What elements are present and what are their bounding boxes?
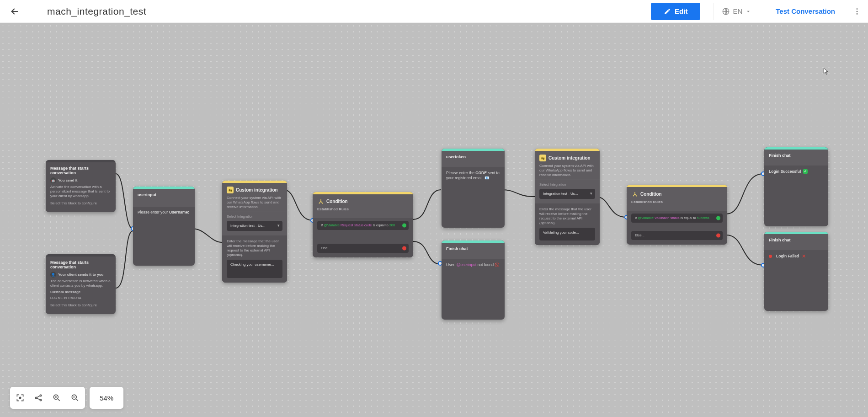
node-title: Finish chat <box>769 153 824 158</box>
node-title: Condition <box>326 199 348 204</box>
rule-else[interactable]: Else... <box>631 231 723 240</box>
node-finish-notfound[interactable]: Finish chat User: @userinput not found 🚫 <box>442 241 505 320</box>
language-select[interactable]: EN <box>713 3 760 20</box>
node-usertoken[interactable]: usertoken Please enter the CODE sent to … <box>442 149 505 228</box>
integration-select-value: Integration test - Us... <box>230 224 265 228</box>
message-value: Validating your code... <box>543 230 579 235</box>
chevron-down-icon: ▾ <box>277 223 280 229</box>
node-custom-integration-2[interactable]: ⇆ Custom integration Connect your system… <box>535 149 600 245</box>
node-hint: Select this block to configure <box>50 201 111 206</box>
flow-edges <box>0 23 868 417</box>
globe-icon <box>722 7 730 16</box>
rule-if[interactable]: If @Variable Validation status is equal … <box>631 214 723 223</box>
zoom-in-icon[interactable] <box>52 393 61 402</box>
rule-fail-dot <box>402 246 406 250</box>
node-start-you-send[interactable]: Message that starts conversation 🤖You se… <box>46 160 116 212</box>
node-finish-failed[interactable]: Finish chat Login Failed ✕ <box>764 232 828 311</box>
page-title: mach_integration_test <box>35 6 146 17</box>
rule-fail-dot <box>716 233 720 237</box>
node-hint: Select this block to configure <box>50 303 111 308</box>
language-label: EN <box>733 7 742 15</box>
fit-view-icon[interactable] <box>16 393 25 402</box>
node-title: Custom integration <box>236 187 278 192</box>
node-start-client-sends[interactable]: Message that starts conversation 👤Your c… <box>46 254 116 314</box>
node-badge: Your client sends it to you <box>58 273 103 277</box>
node-hint: Enter the message that the user will rec… <box>227 239 282 257</box>
cursor-icon <box>823 68 831 76</box>
node-desc: Activate the conversation with a persona… <box>50 185 111 198</box>
branch-icon <box>317 198 324 205</box>
select-label: Select Integration <box>539 182 595 187</box>
msg-bold: Username: <box>169 210 189 214</box>
message-input[interactable]: Validating your code... <box>539 228 595 241</box>
edit-button-label: Edit <box>675 7 687 15</box>
integration-select[interactable]: Integration test - Us... ▾ <box>539 189 595 199</box>
svg-point-3 <box>857 13 858 15</box>
rule-success-dot <box>402 223 406 227</box>
node-desc: Connect your system via API with our Wha… <box>227 196 282 209</box>
share-icon[interactable] <box>34 393 43 402</box>
node-badge: You send it <box>58 178 78 182</box>
svg-point-16 <box>40 395 41 396</box>
rule-if[interactable]: If @Variable Request status code is equa… <box>317 221 409 230</box>
integration-select[interactable]: Integration test - Us... ▾ <box>227 221 282 231</box>
node-title: userinput <box>138 192 190 197</box>
node-hint: Enter the message that the user will rec… <box>539 207 595 225</box>
message-input[interactable]: Checking your username... <box>227 260 282 278</box>
node-title: Message that starts conversation <box>50 166 111 175</box>
node-title: Message that starts conversation <box>50 260 111 269</box>
back-arrow-icon[interactable] <box>9 6 20 17</box>
rule-success-dot <box>716 216 720 220</box>
node-title: Condition <box>640 192 662 197</box>
integration-icon: ⇆ <box>539 155 546 161</box>
node-title: usertoken <box>446 155 500 159</box>
node-subtitle: Established Rules <box>317 207 409 212</box>
integration-icon: ⇆ <box>227 187 234 193</box>
status-text: Login Successful <box>769 169 801 174</box>
chevron-down-icon <box>745 8 751 15</box>
rule-else[interactable]: Else... <box>317 244 409 253</box>
status-text: Login Failed <box>776 254 799 258</box>
node-finish-success[interactable]: Finish chat Login Successful ✓ <box>764 147 828 226</box>
bot-icon: 🤖 <box>50 177 56 183</box>
message-value: Checking your username... <box>230 262 274 267</box>
node-condition-2[interactable]: Condition Established Rules If @Variable… <box>627 185 727 245</box>
branch-icon <box>631 191 638 198</box>
zoom-level: 54% <box>95 394 118 402</box>
user-icon: 👤 <box>50 272 56 278</box>
select-label: Select Integration <box>227 214 282 219</box>
svg-point-2 <box>857 11 858 12</box>
svg-point-15 <box>35 397 37 398</box>
svg-point-17 <box>40 399 41 401</box>
more-menu-icon[interactable] <box>851 7 863 16</box>
test-conversation-button[interactable]: Test Conversation <box>769 3 841 20</box>
node-subtitle: Established Rules <box>631 200 723 204</box>
fail-dot-icon <box>769 255 772 258</box>
node-title: Custom integration <box>548 155 591 160</box>
check-icon: ✓ <box>803 169 808 174</box>
integration-select-value: Integration test - Us... <box>543 192 578 196</box>
x-icon: ✕ <box>801 254 806 258</box>
custom-msg-label: Custom message <box>50 290 80 294</box>
node-title: Finish chat <box>769 238 824 242</box>
node-desc: The conversation is activated when a cli… <box>50 279 111 288</box>
svg-point-14 <box>19 397 21 398</box>
flow-canvas[interactable]: Message that starts conversation 🤖You se… <box>0 23 868 417</box>
zoom-out-icon[interactable] <box>70 393 80 402</box>
node-desc: Connect your system via API with our Wha… <box>539 164 595 177</box>
node-custom-integration-1[interactable]: ⇆ Custom integration Connect your system… <box>222 181 287 283</box>
node-userinput[interactable]: userinput Please enter your Username: <box>133 187 195 266</box>
svg-point-1 <box>857 8 858 10</box>
node-condition-1[interactable]: Condition Established Rules If @Variable… <box>313 192 413 257</box>
edit-button[interactable]: Edit <box>651 3 700 20</box>
msg-prefix: Please enter your <box>138 210 168 214</box>
canvas-toolbar: 54% <box>10 387 123 409</box>
top-bar: mach_integration_test Edit EN Test Conve… <box>0 0 868 23</box>
chevron-down-icon: ▾ <box>590 191 592 197</box>
node-title: Finish chat <box>446 246 500 251</box>
custom-msg-value: LOG ME IN TRUORA <box>50 296 111 300</box>
